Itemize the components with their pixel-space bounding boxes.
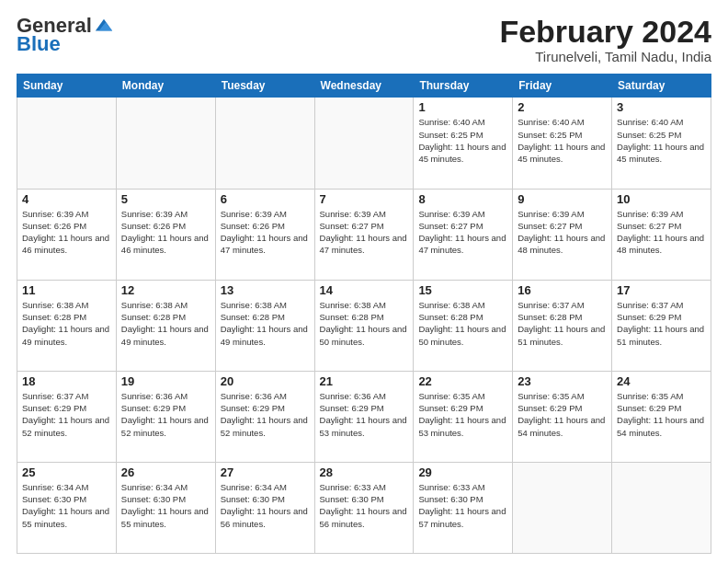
table-row: 8Sunrise: 6:39 AM Sunset: 6:27 PM Daylig… xyxy=(414,189,513,280)
day-info: Sunrise: 6:39 AM Sunset: 6:26 PM Dayligh… xyxy=(121,208,210,257)
table-row: 19Sunrise: 6:36 AM Sunset: 6:29 PM Dayli… xyxy=(116,371,215,462)
col-monday: Monday xyxy=(116,75,215,98)
day-info: Sunrise: 6:36 AM Sunset: 6:29 PM Dayligh… xyxy=(221,390,310,439)
day-number: 18 xyxy=(22,374,111,388)
day-info: Sunrise: 6:38 AM Sunset: 6:28 PM Dayligh… xyxy=(22,299,111,348)
day-info: Sunrise: 6:38 AM Sunset: 6:28 PM Dayligh… xyxy=(320,299,409,348)
table-row: 12Sunrise: 6:38 AM Sunset: 6:28 PM Dayli… xyxy=(116,280,215,371)
calendar-week-row: 11Sunrise: 6:38 AM Sunset: 6:28 PM Dayli… xyxy=(17,280,711,371)
day-info: Sunrise: 6:35 AM Sunset: 6:29 PM Dayligh… xyxy=(418,390,507,439)
table-row xyxy=(612,462,711,553)
day-number: 24 xyxy=(617,374,706,388)
title-block: February 2024 Tirunelveli, Tamil Nadu, I… xyxy=(499,15,711,64)
day-info: Sunrise: 6:40 AM Sunset: 6:25 PM Dayligh… xyxy=(617,116,706,165)
day-number: 26 xyxy=(121,465,210,479)
day-number: 13 xyxy=(221,283,310,297)
day-number: 28 xyxy=(320,465,409,479)
table-row: 11Sunrise: 6:38 AM Sunset: 6:28 PM Dayli… xyxy=(17,280,117,371)
day-info: Sunrise: 6:34 AM Sunset: 6:30 PM Dayligh… xyxy=(221,481,310,530)
table-row: 15Sunrise: 6:38 AM Sunset: 6:28 PM Dayli… xyxy=(414,280,513,371)
day-info: Sunrise: 6:38 AM Sunset: 6:28 PM Dayligh… xyxy=(221,299,310,348)
col-sunday: Sunday xyxy=(17,75,117,98)
table-row: 20Sunrise: 6:36 AM Sunset: 6:29 PM Dayli… xyxy=(215,371,314,462)
table-row: 5Sunrise: 6:39 AM Sunset: 6:26 PM Daylig… xyxy=(116,189,215,280)
table-row xyxy=(513,462,612,553)
table-row xyxy=(215,98,314,189)
day-info: Sunrise: 6:35 AM Sunset: 6:29 PM Dayligh… xyxy=(617,390,706,439)
page: General Blue February 2024 Tirunelveli, … xyxy=(0,0,728,563)
table-row: 23Sunrise: 6:35 AM Sunset: 6:29 PM Dayli… xyxy=(513,371,612,462)
day-info: Sunrise: 6:39 AM Sunset: 6:27 PM Dayligh… xyxy=(320,208,409,257)
day-number: 23 xyxy=(518,374,607,388)
table-row: 9Sunrise: 6:39 AM Sunset: 6:27 PM Daylig… xyxy=(513,189,612,280)
day-info: Sunrise: 6:39 AM Sunset: 6:27 PM Dayligh… xyxy=(418,208,507,257)
day-number: 6 xyxy=(221,192,310,206)
day-number: 11 xyxy=(22,283,111,297)
calendar-week-row: 18Sunrise: 6:37 AM Sunset: 6:29 PM Dayli… xyxy=(17,371,711,462)
day-info: Sunrise: 6:36 AM Sunset: 6:29 PM Dayligh… xyxy=(121,390,210,439)
calendar-header-row: Sunday Monday Tuesday Wednesday Thursday… xyxy=(17,75,711,98)
table-row: 10Sunrise: 6:39 AM Sunset: 6:27 PM Dayli… xyxy=(612,189,711,280)
table-row: 17Sunrise: 6:37 AM Sunset: 6:29 PM Dayli… xyxy=(612,280,711,371)
day-number: 15 xyxy=(418,283,507,297)
day-number: 3 xyxy=(617,100,706,114)
day-number: 1 xyxy=(418,100,507,114)
table-row: 18Sunrise: 6:37 AM Sunset: 6:29 PM Dayli… xyxy=(17,371,117,462)
day-number: 29 xyxy=(418,465,507,479)
table-row: 13Sunrise: 6:38 AM Sunset: 6:28 PM Dayli… xyxy=(215,280,314,371)
sub-title: Tirunelveli, Tamil Nadu, India xyxy=(499,49,711,64)
header: General Blue February 2024 Tirunelveli, … xyxy=(17,15,711,64)
calendar-week-row: 4Sunrise: 6:39 AM Sunset: 6:26 PM Daylig… xyxy=(17,189,711,280)
day-number: 14 xyxy=(320,283,409,297)
day-info: Sunrise: 6:33 AM Sunset: 6:30 PM Dayligh… xyxy=(418,481,507,530)
table-row: 22Sunrise: 6:35 AM Sunset: 6:29 PM Dayli… xyxy=(414,371,513,462)
calendar-week-row: 1Sunrise: 6:40 AM Sunset: 6:25 PM Daylig… xyxy=(17,98,711,189)
day-info: Sunrise: 6:37 AM Sunset: 6:29 PM Dayligh… xyxy=(617,299,706,348)
table-row: 25Sunrise: 6:34 AM Sunset: 6:30 PM Dayli… xyxy=(17,462,117,553)
table-row: 27Sunrise: 6:34 AM Sunset: 6:30 PM Dayli… xyxy=(215,462,314,553)
table-row: 7Sunrise: 6:39 AM Sunset: 6:27 PM Daylig… xyxy=(314,189,414,280)
day-info: Sunrise: 6:36 AM Sunset: 6:29 PM Dayligh… xyxy=(320,390,409,439)
col-thursday: Thursday xyxy=(414,75,513,98)
table-row: 1Sunrise: 6:40 AM Sunset: 6:25 PM Daylig… xyxy=(414,98,513,189)
day-info: Sunrise: 6:39 AM Sunset: 6:26 PM Dayligh… xyxy=(22,208,111,257)
day-number: 21 xyxy=(320,374,409,388)
day-number: 12 xyxy=(121,283,210,297)
col-wednesday: Wednesday xyxy=(314,75,414,98)
day-number: 2 xyxy=(518,100,607,114)
table-row: 14Sunrise: 6:38 AM Sunset: 6:28 PM Dayli… xyxy=(314,280,414,371)
table-row: 4Sunrise: 6:39 AM Sunset: 6:26 PM Daylig… xyxy=(17,189,117,280)
calendar-week-row: 25Sunrise: 6:34 AM Sunset: 6:30 PM Dayli… xyxy=(17,462,711,553)
day-number: 5 xyxy=(121,192,210,206)
table-row: 21Sunrise: 6:36 AM Sunset: 6:29 PM Dayli… xyxy=(314,371,414,462)
day-info: Sunrise: 6:37 AM Sunset: 6:28 PM Dayligh… xyxy=(518,299,607,348)
day-number: 16 xyxy=(518,283,607,297)
col-friday: Friday xyxy=(513,75,612,98)
day-number: 17 xyxy=(617,283,706,297)
day-number: 8 xyxy=(418,192,507,206)
day-info: Sunrise: 6:38 AM Sunset: 6:28 PM Dayligh… xyxy=(121,299,210,348)
day-info: Sunrise: 6:40 AM Sunset: 6:25 PM Dayligh… xyxy=(418,116,507,165)
day-info: Sunrise: 6:39 AM Sunset: 6:27 PM Dayligh… xyxy=(518,208,607,257)
calendar-table: Sunday Monday Tuesday Wednesday Thursday… xyxy=(17,74,711,554)
day-number: 10 xyxy=(617,192,706,206)
day-number: 25 xyxy=(22,465,111,479)
day-number: 7 xyxy=(320,192,409,206)
day-number: 27 xyxy=(221,465,310,479)
day-info: Sunrise: 6:35 AM Sunset: 6:29 PM Dayligh… xyxy=(518,390,607,439)
day-info: Sunrise: 6:39 AM Sunset: 6:26 PM Dayligh… xyxy=(221,208,310,257)
table-row: 26Sunrise: 6:34 AM Sunset: 6:30 PM Dayli… xyxy=(116,462,215,553)
table-row: 3Sunrise: 6:40 AM Sunset: 6:25 PM Daylig… xyxy=(612,98,711,189)
col-tuesday: Tuesday xyxy=(215,75,314,98)
day-number: 19 xyxy=(121,374,210,388)
table-row xyxy=(17,98,117,189)
table-row: 28Sunrise: 6:33 AM Sunset: 6:30 PM Dayli… xyxy=(314,462,414,553)
table-row xyxy=(314,98,414,189)
day-number: 22 xyxy=(418,374,507,388)
day-info: Sunrise: 6:40 AM Sunset: 6:25 PM Dayligh… xyxy=(518,116,607,165)
day-number: 20 xyxy=(221,374,310,388)
day-info: Sunrise: 6:37 AM Sunset: 6:29 PM Dayligh… xyxy=(22,390,111,439)
day-info: Sunrise: 6:34 AM Sunset: 6:30 PM Dayligh… xyxy=(22,481,111,530)
day-info: Sunrise: 6:34 AM Sunset: 6:30 PM Dayligh… xyxy=(121,481,210,530)
day-info: Sunrise: 6:38 AM Sunset: 6:28 PM Dayligh… xyxy=(418,299,507,348)
